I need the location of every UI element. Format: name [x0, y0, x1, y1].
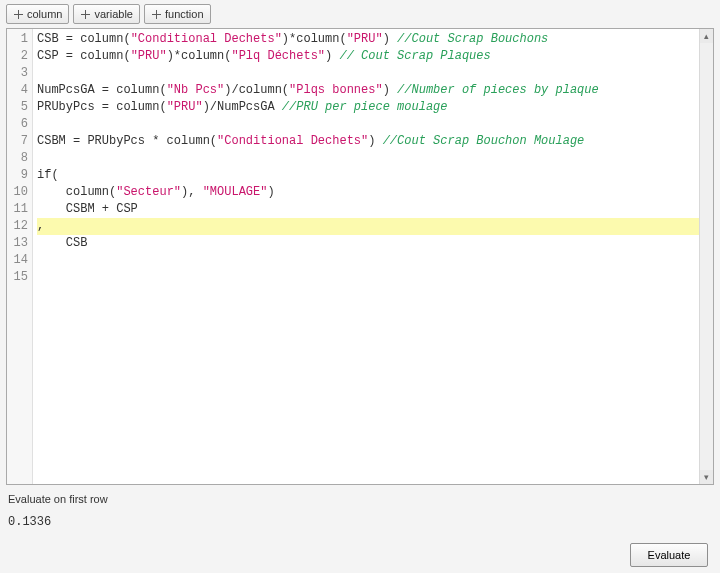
- scroll-track[interactable]: [700, 43, 713, 470]
- line-number: 8: [7, 150, 28, 167]
- code-line[interactable]: CSB = column("Conditional Dechets")*colu…: [37, 31, 713, 48]
- line-number: 9: [7, 167, 28, 184]
- button-label: column: [27, 8, 62, 20]
- code-line[interactable]: CSBM = PRUbyPcs * column("Conditional De…: [37, 133, 713, 150]
- code-line[interactable]: [37, 252, 713, 269]
- code-line[interactable]: [37, 269, 713, 286]
- line-number: 1: [7, 31, 28, 48]
- code-line[interactable]: ,: [37, 218, 713, 235]
- code-line[interactable]: CSBM + CSP: [37, 201, 713, 218]
- line-number: 15: [7, 269, 28, 286]
- toolbar: column variable function: [6, 4, 714, 28]
- code-line[interactable]: if(: [37, 167, 713, 184]
- code-editor[interactable]: 123456789101112131415 CSB = column("Cond…: [6, 28, 714, 485]
- evaluate-label: Evaluate on first row: [8, 493, 712, 505]
- line-number: 11: [7, 201, 28, 218]
- evaluate-section: Evaluate on first row 0.1336 Evaluate: [6, 485, 714, 567]
- line-number: 4: [7, 82, 28, 99]
- scroll-up-arrow[interactable]: ▴: [700, 29, 713, 43]
- code-line[interactable]: PRUbyPcs = column("PRU")/NumPcsGA //PRU …: [37, 99, 713, 116]
- line-number: 7: [7, 133, 28, 150]
- line-number: 5: [7, 99, 28, 116]
- code-line[interactable]: CSB: [37, 235, 713, 252]
- code-line[interactable]: [37, 150, 713, 167]
- plus-icon: [13, 9, 24, 20]
- vertical-scrollbar[interactable]: ▴ ▾: [699, 29, 713, 484]
- insert-column-button[interactable]: column: [6, 4, 69, 24]
- code-line[interactable]: [37, 65, 713, 82]
- plus-icon: [151, 9, 162, 20]
- button-label: variable: [94, 8, 133, 20]
- plus-icon: [80, 9, 91, 20]
- code-line[interactable]: CSP = column("PRU")*column("Plq Déchets"…: [37, 48, 713, 65]
- line-number-gutter: 123456789101112131415: [7, 29, 33, 484]
- insert-variable-button[interactable]: variable: [73, 4, 140, 24]
- code-line[interactable]: NumPcsGA = column("Nb Pcs")/column("Plqs…: [37, 82, 713, 99]
- line-number: 12: [7, 218, 28, 235]
- evaluate-button[interactable]: Evaluate: [630, 543, 708, 567]
- line-number: 10: [7, 184, 28, 201]
- code-line[interactable]: [37, 116, 713, 133]
- formula-editor-app: column variable function 123456789101112…: [0, 0, 720, 573]
- code-area[interactable]: CSB = column("Conditional Dechets")*colu…: [33, 29, 713, 484]
- line-number: 2: [7, 48, 28, 65]
- line-number: 13: [7, 235, 28, 252]
- evaluate-result: 0.1336: [8, 515, 712, 529]
- code-line[interactable]: column("Secteur"), "MOULAGE"): [37, 184, 713, 201]
- insert-function-button[interactable]: function: [144, 4, 211, 24]
- line-number: 14: [7, 252, 28, 269]
- line-number: 6: [7, 116, 28, 133]
- button-label: function: [165, 8, 204, 20]
- line-number: 3: [7, 65, 28, 82]
- scroll-down-arrow[interactable]: ▾: [700, 470, 713, 484]
- button-row: Evaluate: [8, 543, 712, 567]
